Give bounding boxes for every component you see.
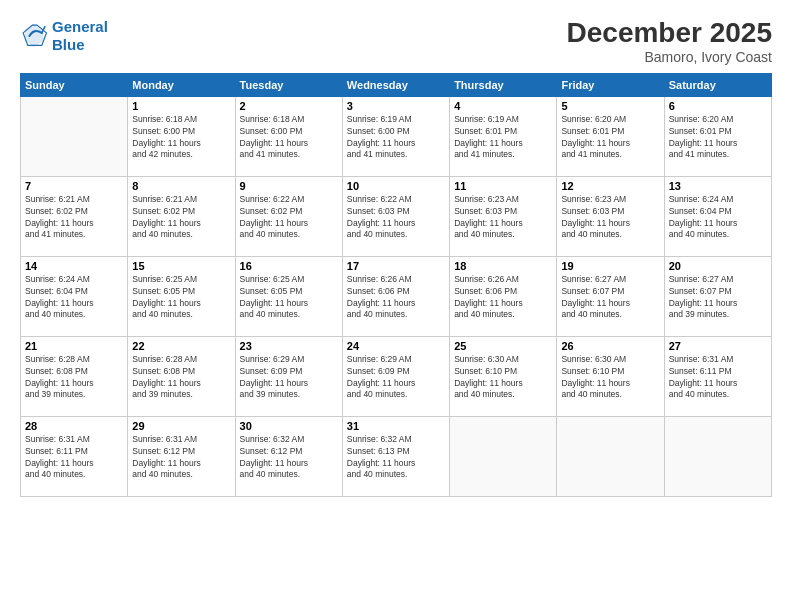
calendar-week-row: 7Sunrise: 6:21 AMSunset: 6:02 PMDaylight… [21, 176, 772, 256]
day-number: 3 [347, 100, 445, 112]
col-monday: Monday [128, 73, 235, 96]
page: General Blue December 2025 Bamoro, Ivory… [0, 0, 792, 612]
day-number: 29 [132, 420, 230, 432]
day-info: Sunrise: 6:31 AMSunset: 6:11 PMDaylight:… [669, 354, 767, 402]
table-row [557, 416, 664, 496]
calendar-header-row: Sunday Monday Tuesday Wednesday Thursday… [21, 73, 772, 96]
table-row: 11Sunrise: 6:23 AMSunset: 6:03 PMDayligh… [450, 176, 557, 256]
day-info: Sunrise: 6:20 AMSunset: 6:01 PMDaylight:… [561, 114, 659, 162]
day-number: 10 [347, 180, 445, 192]
table-row: 18Sunrise: 6:26 AMSunset: 6:06 PMDayligh… [450, 256, 557, 336]
header: General Blue December 2025 Bamoro, Ivory… [20, 18, 772, 65]
day-info: Sunrise: 6:28 AMSunset: 6:08 PMDaylight:… [25, 354, 123, 402]
logo-text: General Blue [52, 18, 108, 54]
day-info: Sunrise: 6:27 AMSunset: 6:07 PMDaylight:… [669, 274, 767, 322]
table-row: 31Sunrise: 6:32 AMSunset: 6:13 PMDayligh… [342, 416, 449, 496]
col-sunday: Sunday [21, 73, 128, 96]
day-info: Sunrise: 6:31 AMSunset: 6:11 PMDaylight:… [25, 434, 123, 482]
day-number: 22 [132, 340, 230, 352]
table-row: 26Sunrise: 6:30 AMSunset: 6:10 PMDayligh… [557, 336, 664, 416]
logo: General Blue [20, 18, 108, 54]
col-tuesday: Tuesday [235, 73, 342, 96]
day-info: Sunrise: 6:29 AMSunset: 6:09 PMDaylight:… [347, 354, 445, 402]
day-number: 26 [561, 340, 659, 352]
calendar-week-row: 14Sunrise: 6:24 AMSunset: 6:04 PMDayligh… [21, 256, 772, 336]
table-row [21, 96, 128, 176]
day-info: Sunrise: 6:21 AMSunset: 6:02 PMDaylight:… [25, 194, 123, 242]
day-info: Sunrise: 6:18 AMSunset: 6:00 PMDaylight:… [132, 114, 230, 162]
table-row: 29Sunrise: 6:31 AMSunset: 6:12 PMDayligh… [128, 416, 235, 496]
table-row: 21Sunrise: 6:28 AMSunset: 6:08 PMDayligh… [21, 336, 128, 416]
table-row: 24Sunrise: 6:29 AMSunset: 6:09 PMDayligh… [342, 336, 449, 416]
table-row: 22Sunrise: 6:28 AMSunset: 6:08 PMDayligh… [128, 336, 235, 416]
table-row: 12Sunrise: 6:23 AMSunset: 6:03 PMDayligh… [557, 176, 664, 256]
table-row: 25Sunrise: 6:30 AMSunset: 6:10 PMDayligh… [450, 336, 557, 416]
day-number: 1 [132, 100, 230, 112]
day-info: Sunrise: 6:26 AMSunset: 6:06 PMDaylight:… [454, 274, 552, 322]
day-number: 27 [669, 340, 767, 352]
table-row: 14Sunrise: 6:24 AMSunset: 6:04 PMDayligh… [21, 256, 128, 336]
table-row: 6Sunrise: 6:20 AMSunset: 6:01 PMDaylight… [664, 96, 771, 176]
table-row: 8Sunrise: 6:21 AMSunset: 6:02 PMDaylight… [128, 176, 235, 256]
day-info: Sunrise: 6:19 AMSunset: 6:01 PMDaylight:… [454, 114, 552, 162]
col-thursday: Thursday [450, 73, 557, 96]
day-number: 9 [240, 180, 338, 192]
table-row: 7Sunrise: 6:21 AMSunset: 6:02 PMDaylight… [21, 176, 128, 256]
day-info: Sunrise: 6:23 AMSunset: 6:03 PMDaylight:… [561, 194, 659, 242]
day-number: 11 [454, 180, 552, 192]
table-row: 1Sunrise: 6:18 AMSunset: 6:00 PMDaylight… [128, 96, 235, 176]
day-number: 12 [561, 180, 659, 192]
day-number: 17 [347, 260, 445, 272]
day-number: 24 [347, 340, 445, 352]
day-info: Sunrise: 6:24 AMSunset: 6:04 PMDaylight:… [25, 274, 123, 322]
table-row: 19Sunrise: 6:27 AMSunset: 6:07 PMDayligh… [557, 256, 664, 336]
title-block: December 2025 Bamoro, Ivory Coast [567, 18, 772, 65]
table-row: 13Sunrise: 6:24 AMSunset: 6:04 PMDayligh… [664, 176, 771, 256]
table-row: 15Sunrise: 6:25 AMSunset: 6:05 PMDayligh… [128, 256, 235, 336]
day-info: Sunrise: 6:32 AMSunset: 6:13 PMDaylight:… [347, 434, 445, 482]
day-info: Sunrise: 6:19 AMSunset: 6:00 PMDaylight:… [347, 114, 445, 162]
day-number: 31 [347, 420, 445, 432]
day-number: 14 [25, 260, 123, 272]
day-info: Sunrise: 6:25 AMSunset: 6:05 PMDaylight:… [132, 274, 230, 322]
day-number: 25 [454, 340, 552, 352]
calendar-title: December 2025 [567, 18, 772, 49]
calendar-week-row: 21Sunrise: 6:28 AMSunset: 6:08 PMDayligh… [21, 336, 772, 416]
calendar-week-row: 1Sunrise: 6:18 AMSunset: 6:00 PMDaylight… [21, 96, 772, 176]
day-number: 28 [25, 420, 123, 432]
day-number: 2 [240, 100, 338, 112]
table-row: 5Sunrise: 6:20 AMSunset: 6:01 PMDaylight… [557, 96, 664, 176]
table-row: 10Sunrise: 6:22 AMSunset: 6:03 PMDayligh… [342, 176, 449, 256]
table-row: 16Sunrise: 6:25 AMSunset: 6:05 PMDayligh… [235, 256, 342, 336]
table-row: 28Sunrise: 6:31 AMSunset: 6:11 PMDayligh… [21, 416, 128, 496]
logo-icon [20, 22, 48, 50]
day-info: Sunrise: 6:24 AMSunset: 6:04 PMDaylight:… [669, 194, 767, 242]
day-number: 7 [25, 180, 123, 192]
day-number: 8 [132, 180, 230, 192]
day-info: Sunrise: 6:22 AMSunset: 6:02 PMDaylight:… [240, 194, 338, 242]
day-info: Sunrise: 6:31 AMSunset: 6:12 PMDaylight:… [132, 434, 230, 482]
calendar-subtitle: Bamoro, Ivory Coast [567, 49, 772, 65]
day-number: 18 [454, 260, 552, 272]
day-info: Sunrise: 6:32 AMSunset: 6:12 PMDaylight:… [240, 434, 338, 482]
calendar-table: Sunday Monday Tuesday Wednesday Thursday… [20, 73, 772, 497]
table-row [450, 416, 557, 496]
table-row: 4Sunrise: 6:19 AMSunset: 6:01 PMDaylight… [450, 96, 557, 176]
table-row: 30Sunrise: 6:32 AMSunset: 6:12 PMDayligh… [235, 416, 342, 496]
day-number: 19 [561, 260, 659, 272]
day-info: Sunrise: 6:30 AMSunset: 6:10 PMDaylight:… [454, 354, 552, 402]
day-number: 4 [454, 100, 552, 112]
day-number: 5 [561, 100, 659, 112]
table-row: 27Sunrise: 6:31 AMSunset: 6:11 PMDayligh… [664, 336, 771, 416]
day-info: Sunrise: 6:20 AMSunset: 6:01 PMDaylight:… [669, 114, 767, 162]
day-info: Sunrise: 6:25 AMSunset: 6:05 PMDaylight:… [240, 274, 338, 322]
day-info: Sunrise: 6:26 AMSunset: 6:06 PMDaylight:… [347, 274, 445, 322]
table-row: 23Sunrise: 6:29 AMSunset: 6:09 PMDayligh… [235, 336, 342, 416]
table-row: 17Sunrise: 6:26 AMSunset: 6:06 PMDayligh… [342, 256, 449, 336]
table-row: 20Sunrise: 6:27 AMSunset: 6:07 PMDayligh… [664, 256, 771, 336]
day-info: Sunrise: 6:27 AMSunset: 6:07 PMDaylight:… [561, 274, 659, 322]
table-row [664, 416, 771, 496]
day-number: 15 [132, 260, 230, 272]
day-info: Sunrise: 6:18 AMSunset: 6:00 PMDaylight:… [240, 114, 338, 162]
day-info: Sunrise: 6:30 AMSunset: 6:10 PMDaylight:… [561, 354, 659, 402]
